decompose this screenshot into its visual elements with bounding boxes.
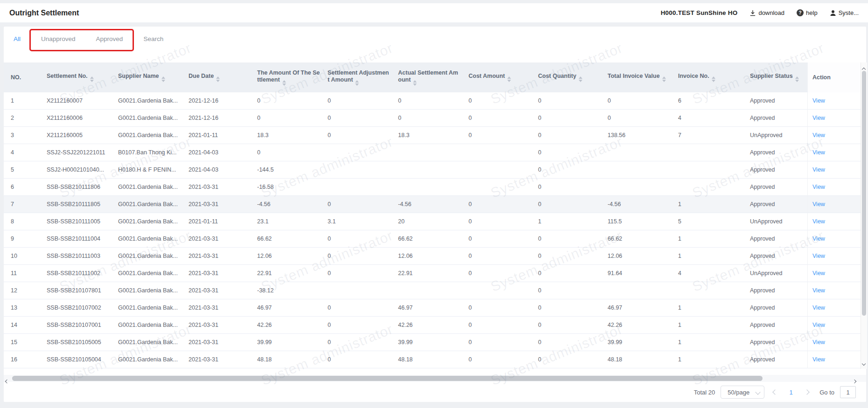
cell-cost-amount: 0 <box>464 248 533 265</box>
help-icon <box>797 9 804 16</box>
view-link[interactable]: View <box>812 304 825 311</box>
column-header[interactable]: Total Invoice Value <box>603 62 673 92</box>
view-link[interactable]: View <box>812 115 825 121</box>
column-header[interactable]: Actual Settlement Amount <box>393 62 464 92</box>
view-link[interactable]: View <box>812 270 825 277</box>
cell-cost-quantity: 0 <box>533 144 603 161</box>
cell-cost-amount: 0 <box>464 110 533 127</box>
view-link[interactable]: View <box>812 218 825 225</box>
page-size-select[interactable]: 50/page <box>721 386 764 399</box>
scroll-left-icon[interactable] <box>6 376 8 385</box>
cell-settlement-amount: 23.1 <box>252 213 323 230</box>
column-header[interactable]: Due Date <box>184 62 252 92</box>
view-link[interactable]: View <box>812 97 825 104</box>
cell-settlement-no: X2112160005 <box>42 127 113 144</box>
view-link[interactable]: View <box>812 201 825 207</box>
sort-caret <box>795 76 799 82</box>
view-link[interactable]: View <box>812 184 825 190</box>
cell-invoice-no: 1 <box>673 351 745 368</box>
cell-action: View <box>807 265 861 282</box>
cell-supplier-name: G0021.Gardenia Bak... <box>113 317 184 334</box>
vertical-scrollbar <box>861 62 867 369</box>
column-header[interactable]: Cost Amount <box>464 62 533 92</box>
cell-no: 4 <box>4 144 42 161</box>
view-link[interactable]: View <box>812 235 825 242</box>
tab-unapproved[interactable]: Unapproved <box>41 35 76 42</box>
tab-approved[interactable]: Approved <box>96 35 123 42</box>
current-page-number[interactable]: 1 <box>786 389 796 396</box>
view-link[interactable]: View <box>812 166 825 173</box>
cell-settlement-amount: 0 <box>252 144 323 161</box>
cell-adjustment-amount: 0 <box>323 351 393 368</box>
cell-settlement-amount: 0 <box>252 92 323 110</box>
cell-action: View <box>807 110 861 127</box>
download-button[interactable]: download <box>749 9 784 16</box>
cell-due-date: 2021-03-31 <box>184 179 252 196</box>
cell-actual-settlement <box>393 144 464 161</box>
cell-total-invoice-value: 115.5 <box>603 213 673 230</box>
topbar: Outright Settlement H000.TEST SunShine H… <box>0 3 868 22</box>
help-label: help <box>806 9 818 16</box>
cell-total-invoice-value: 0 <box>603 110 673 127</box>
cell-cost-amount: 0 <box>464 213 533 230</box>
table-header-row: NO. Settlement No. Supplier Name Due Dat… <box>4 62 861 92</box>
column-header[interactable]: Settlement No. <box>42 62 113 92</box>
cell-total-invoice-value: 66.62 <box>603 230 673 248</box>
cell-actual-settlement <box>393 161 464 179</box>
cell-supplier-name: G0021.Gardenia Bak... <box>113 127 184 144</box>
cell-invoice-no: 1 <box>673 299 745 317</box>
column-header[interactable]: The Amount Of The Settlement <box>252 62 323 92</box>
view-link[interactable]: View <box>812 339 825 346</box>
cell-settlement-amount: 66.62 <box>252 230 323 248</box>
column-header[interactable]: Settlement Adjustment Amount <box>323 62 393 92</box>
scroll-right-icon[interactable] <box>853 376 856 385</box>
view-link[interactable]: View <box>812 149 825 156</box>
cell-supplier-status: Approved <box>745 110 807 127</box>
cell-no: 12 <box>4 282 42 299</box>
view-link[interactable]: View <box>812 287 825 294</box>
column-header[interactable]: Invoice No. <box>673 62 745 92</box>
cell-settlement-amount: 22.91 <box>252 265 323 282</box>
cell-cost-amount <box>464 144 533 161</box>
next-page-button[interactable] <box>802 386 812 399</box>
cell-supplier-status: Approved <box>745 317 807 334</box>
horizontal-scrollbar-thumb[interactable] <box>12 376 763 381</box>
cell-cost-quantity: 0 <box>533 299 603 317</box>
total-count: Total 20 <box>694 389 715 396</box>
table-row: 9 SSB-SSB210111004 G0021.Gardenia Bak...… <box>4 230 861 248</box>
view-link[interactable]: View <box>812 322 825 328</box>
download-label: download <box>758 9 784 16</box>
cell-due-date: 2021-03-31 <box>184 334 252 351</box>
cell-action: View <box>807 213 861 230</box>
tab-all[interactable]: All <box>14 35 21 42</box>
prev-page-button[interactable] <box>770 386 780 399</box>
view-link[interactable]: View <box>812 356 825 363</box>
scroll-down-icon[interactable] <box>862 359 865 367</box>
cell-action: View <box>807 351 861 368</box>
page-title: Outright Settlement <box>9 9 79 17</box>
tab-search[interactable]: Search <box>143 35 163 42</box>
goto-page-input[interactable] <box>840 386 856 398</box>
cell-cost-amount <box>464 282 533 299</box>
goto-label: Go to <box>819 389 834 396</box>
column-header[interactable]: Supplier Status <box>745 62 807 92</box>
cell-invoice-no: 1 <box>673 334 745 351</box>
table-row: 2 X2112160006 G0021.Gardenia Bak... 2021… <box>4 110 861 127</box>
view-link[interactable]: View <box>812 132 825 138</box>
vertical-scrollbar-thumb[interactable] <box>862 71 866 316</box>
help-button[interactable]: help <box>797 9 818 16</box>
view-link[interactable]: View <box>812 253 825 259</box>
cell-supplier-name: G0021.Gardenia Bak... <box>113 248 184 265</box>
cell-settlement-amount: 18.3 <box>252 127 323 144</box>
column-header[interactable]: Supplier Name <box>113 62 184 92</box>
cell-adjustment-amount <box>323 161 393 179</box>
cell-due-date: 2021-01-11 <box>184 127 252 144</box>
sort-caret <box>579 76 582 82</box>
cell-due-date: 2021-03-31 <box>184 317 252 334</box>
cell-cost-quantity: 0 <box>533 334 603 351</box>
column-header[interactable]: Cost Quantity <box>533 62 603 92</box>
table-row: 4 SSJ2-SSJ2201221011 B0107.Ban Thong Ki.… <box>4 144 861 161</box>
user-menu[interactable]: Syste... <box>830 9 859 16</box>
cell-settlement-amount: -4.56 <box>252 196 323 213</box>
cell-supplier-name: G0021.Gardenia Bak... <box>113 213 184 230</box>
